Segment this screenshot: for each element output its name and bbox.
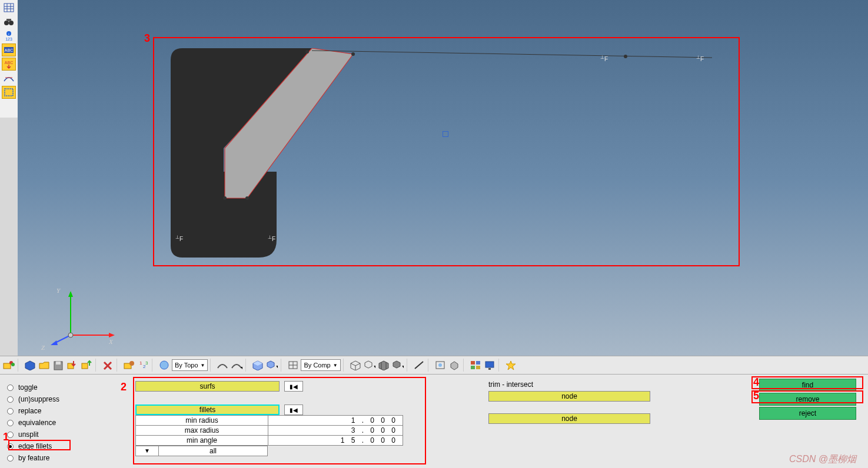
min-angle-row[interactable]: min angle 1 5 . 0 0 0 [135,435,403,446]
svg-point-6 [9,21,14,25]
cube-dropdown-icon[interactable]: ▼ [265,359,278,372]
abc-arrow-icon[interactable]: ABC [2,58,16,71]
folder-multi-icon[interactable] [2,359,15,372]
fixed-marker: ⊥F [696,54,704,62]
import-icon[interactable] [66,359,79,372]
min-radius-row[interactable]: min radius 1 . 0 0 0 [135,415,403,426]
favorite-star-icon[interactable] [504,359,517,372]
grid-icon[interactable] [2,1,16,14]
abc-bg-icon[interactable]: ABC [2,44,16,56]
radio-equivalence[interactable]: equivalence [7,417,113,429]
find-button[interactable]: find [759,379,856,392]
annotation-4: 4 [753,376,759,389]
svg-line-53 [355,363,360,366]
binoculars-icon[interactable] [2,15,16,28]
svg-line-16 [312,51,712,58]
svg-marker-27 [51,340,58,345]
tangent-icon[interactable] [2,72,16,85]
frame-select-icon[interactable] [2,86,16,99]
svg-rect-68 [471,366,475,369]
annotation-1: 1 [3,431,9,443]
watermark: CSDN @墨柳烟 [789,453,856,466]
min-angle-value[interactable]: 1 5 . 0 0 0 [268,436,403,445]
delete-icon[interactable] [101,359,114,372]
cube-blue-icon[interactable] [24,359,36,372]
four-views-icon[interactable] [469,359,482,372]
radio-unsuppress[interactable]: (un)suppress [7,393,113,405]
by-comp-combo[interactable]: By Comp▼ [301,359,340,371]
radio-replace[interactable]: replace [7,405,113,417]
svg-marker-72 [506,361,516,370]
surf-curvature-icon[interactable] [216,359,229,372]
line-tool-icon[interactable] [413,359,425,372]
mesh-dropdown-icon[interactable]: ▼ [391,359,404,372]
axis-label-z: Z [41,344,45,351]
svg-text:ABC: ABC [5,48,13,52]
reject-button[interactable]: reject [759,407,856,420]
svg-point-18 [351,52,355,56]
svg-point-19 [245,196,249,200]
svg-point-5 [4,21,9,25]
reset-fillets-button[interactable]: ▮◀ [284,405,303,415]
remove-button[interactable]: remove [759,393,856,406]
radio-by-feature[interactable]: by feature [7,452,113,464]
svg-marker-65 [451,362,458,370]
cube-shaded-icon[interactable] [251,359,264,372]
min-angle-label: min angle [136,436,268,445]
svg-text:▼: ▼ [373,365,375,369]
svg-text:▼: ▼ [240,366,242,370]
wire-dropdown-icon[interactable]: ▼ [363,359,376,372]
disk-icon[interactable] [52,359,65,372]
mesh-cube-icon[interactable] [377,359,390,372]
radio-unsplit[interactable]: unsplit [7,429,113,440]
all-dropdown-arrow[interactable]: ▼ [135,446,159,456]
max-radius-row[interactable]: max radius 3 . 0 0 0 [135,425,403,436]
surfs-picker[interactable]: surfs [135,381,280,392]
reset-surfs-button[interactable]: ▮◀ [284,381,303,392]
fit-view-icon[interactable] [434,359,447,372]
parameters-column: surfs ▮◀ fillets ▮◀ min radius 1 . 0 0 0… [118,375,424,468]
svg-marker-60 [393,361,400,368]
node-picker-1[interactable]: node [488,391,650,402]
by-topo-combo[interactable]: By Topo▼ [172,359,208,371]
svg-text:ABC: ABC [5,61,13,65]
radio-options-column: toggle (un)suppress replace equivalence … [0,375,118,468]
wire-cube-icon[interactable] [349,359,362,372]
viewport-3d[interactable]: 3 ⊥F ⊥F ⊥F ⊥F [18,0,868,356]
annotation-box-1 [8,440,71,450]
comp-grid-icon[interactable] [287,359,300,372]
svg-marker-55 [365,361,372,368]
main-toolbar: 123 By Topo▼ ▼ ▼ By Comp▼ ▼ ▼ [0,356,868,375]
svg-text:▼: ▼ [401,365,404,369]
svg-point-28 [68,333,73,337]
svg-text:1: 1 [139,360,142,366]
annotation-5: 5 [753,390,759,402]
svg-rect-34 [56,362,61,365]
bottom-panel: toggle (un)suppress replace equivalence … [0,375,868,468]
all-selector[interactable]: all [159,446,268,456]
min-radius-value[interactable]: 1 . 0 0 0 [268,416,403,425]
svg-marker-25 [109,333,115,337]
radio-toggle[interactable]: toggle [7,382,113,393]
svg-rect-15 [5,89,13,96]
axis-label-x: X [109,338,113,345]
info-123-icon[interactable]: i123 [2,29,16,42]
monitor-icon[interactable] [483,359,496,372]
node-picker-2[interactable]: node [488,413,650,424]
svg-point-21 [624,55,627,58]
annotation-3: 3 [144,32,150,45]
fillets-picker[interactable]: fillets [135,405,280,415]
topo-sphere-icon[interactable] [158,359,171,372]
fixed-marker: ⊥F [600,54,608,62]
left-toolbar: i123 ABC ABC [0,0,18,118]
svg-line-62 [415,362,423,369]
iso-view-icon[interactable] [448,359,461,372]
svg-marker-46 [267,361,274,368]
folder-ball-icon[interactable] [122,359,135,372]
folder-open-icon[interactable] [38,359,51,372]
surf-dropdown-icon[interactable]: ▼ [230,359,243,372]
renumber-icon[interactable]: 123 [137,359,149,372]
export-icon[interactable] [80,359,93,372]
svg-point-17 [305,50,309,54]
max-radius-value[interactable]: 3 . 0 0 0 [268,426,403,435]
